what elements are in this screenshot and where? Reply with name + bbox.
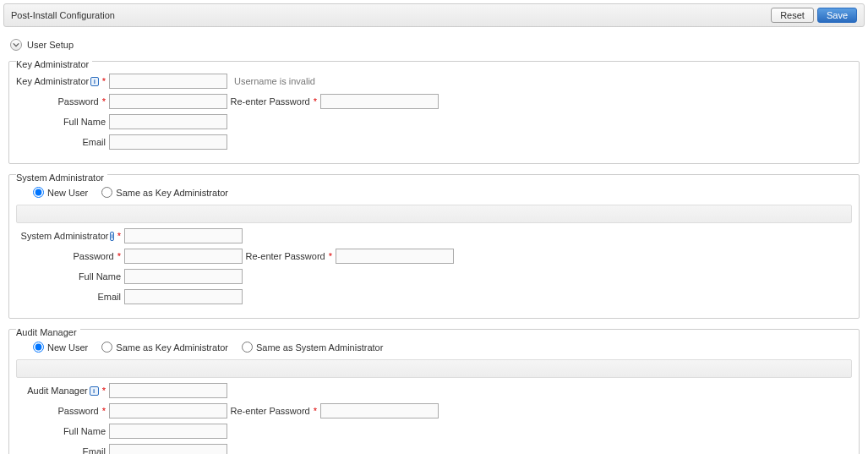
sys-admin-username-input[interactable] [124, 228, 243, 243]
row-key-admin-username: Key Administrator i * Username is invali… [16, 74, 852, 89]
key-admin-email-input[interactable] [109, 134, 227, 150]
section-user-setup-toggle[interactable]: User Setup [8, 34, 860, 56]
row-audit-mgr-password: Password * Re-enter Password * [16, 403, 852, 418]
row-key-admin-fullname: Full Name [16, 114, 852, 129]
header-buttons: Reset Save [771, 8, 857, 23]
info-icon[interactable]: i [90, 77, 99, 86]
info-icon[interactable]: i [90, 386, 99, 396]
radio-audit-same-key[interactable]: Same as Key Administrator [101, 342, 228, 353]
content: User Setup Key Administrator Key Adminis… [0, 30, 868, 454]
sub-band-sys-admin [16, 205, 852, 223]
audit-mgr-password-input[interactable] [109, 403, 227, 418]
row-audit-mgr-username: Audit Manager i * [16, 383, 852, 398]
label-key-admin-email: Email [16, 137, 109, 147]
header-bar: Post-Install Configuration Reset Save [3, 3, 865, 27]
label-sys-admin-reenter: Re-enter Password * [251, 251, 336, 261]
required-marker: * [314, 96, 317, 107]
info-icon[interactable]: i [110, 232, 113, 241]
radio-row-sys-admin: New User Same as Key Administrator [16, 182, 852, 205]
radio-audit-same-sys[interactable]: Same as System Administrator [242, 342, 383, 353]
row-sys-admin-password: Password * Re-enter Password * [31, 249, 852, 264]
radio-audit-same-key-input[interactable] [101, 342, 112, 353]
legend-sys-admin: System Administrator [16, 169, 107, 183]
required-marker: * [102, 76, 106, 86]
key-admin-username-input[interactable] [109, 74, 227, 89]
label-key-admin-username: Key Administrator i * [16, 76, 109, 86]
key-admin-password-input[interactable] [109, 94, 227, 109]
row-key-admin-email: Email [16, 134, 852, 150]
label-audit-mgr-reenter: Re-enter Password * [236, 406, 320, 416]
radio-audit-new-input[interactable] [33, 342, 44, 353]
validation-username-invalid: Username is invalid [234, 76, 315, 86]
radio-audit-new[interactable]: New User [33, 342, 88, 353]
row-audit-mgr-email: Email [16, 444, 852, 454]
sys-admin-email-input[interactable] [124, 289, 243, 304]
audit-mgr-username-input[interactable] [109, 383, 227, 398]
required-marker: * [117, 231, 121, 241]
fieldset-sys-admin: System Administrator New User Same as Ke… [8, 174, 860, 319]
label-key-admin-fullname: Full Name [16, 117, 109, 127]
save-button[interactable]: Save [817, 8, 857, 23]
legend-audit-mgr: Audit Manager [16, 324, 80, 337]
fieldset-key-admin: Key Administrator Key Administrator i * … [8, 61, 860, 164]
row-sys-admin-fullname: Full Name [31, 269, 852, 284]
key-admin-reenter-input[interactable] [320, 94, 439, 109]
row-sys-admin-email: Email [31, 289, 852, 304]
sub-band-audit-mgr [16, 359, 852, 378]
label-sys-admin-fullname: Full Name [31, 271, 124, 282]
required-marker: * [102, 386, 106, 396]
row-key-admin-password: Password * Re-enter Password * [16, 94, 852, 109]
label-audit-mgr-password: Password * [16, 406, 109, 416]
page-title: Post-Install Configuration [11, 10, 115, 20]
reset-button[interactable]: Reset [771, 8, 814, 23]
sys-admin-password-input[interactable] [124, 249, 243, 264]
radio-sys-same-key-input[interactable] [101, 187, 112, 198]
radio-sys-new-input[interactable] [33, 187, 44, 198]
required-marker: * [329, 251, 332, 261]
sys-admin-fullname-input[interactable] [124, 269, 243, 284]
row-sys-admin-username: System Administrator i * [31, 228, 852, 243]
radio-row-audit-mgr: New User Same as Key Administrator Same … [16, 336, 852, 359]
label-audit-mgr-email: Email [16, 446, 109, 454]
label-key-admin-reenter: Re-enter Password * [236, 96, 320, 107]
label-key-admin-password: Password * [16, 96, 109, 107]
required-marker: * [314, 406, 317, 416]
row-audit-mgr-fullname: Full Name [16, 424, 852, 439]
sys-admin-reenter-input[interactable] [336, 249, 454, 264]
label-sys-admin-password: Password * [31, 251, 124, 261]
key-admin-fullname-input[interactable] [109, 114, 227, 129]
radio-sys-same-key[interactable]: Same as Key Administrator [101, 187, 228, 198]
audit-mgr-email-input[interactable] [109, 444, 227, 454]
legend-key-admin: Key Administrator [16, 56, 92, 69]
audit-mgr-reenter-input[interactable] [320, 403, 439, 418]
radio-sys-new[interactable]: New User [33, 187, 88, 198]
audit-mgr-fullname-input[interactable] [109, 424, 227, 439]
fieldset-audit-mgr: Audit Manager New User Same as Key Admin… [8, 329, 860, 454]
label-audit-mgr-username: Audit Manager i * [16, 386, 109, 396]
section-title: User Setup [27, 40, 74, 50]
required-marker: * [102, 96, 106, 107]
required-marker: * [117, 251, 121, 261]
label-sys-admin-email: Email [31, 292, 124, 302]
label-audit-mgr-fullname: Full Name [16, 426, 109, 436]
radio-audit-same-sys-input[interactable] [242, 342, 253, 353]
required-marker: * [102, 406, 106, 416]
chevron-down-icon [10, 39, 22, 51]
label-sys-admin-username: System Administrator i * [31, 231, 124, 241]
